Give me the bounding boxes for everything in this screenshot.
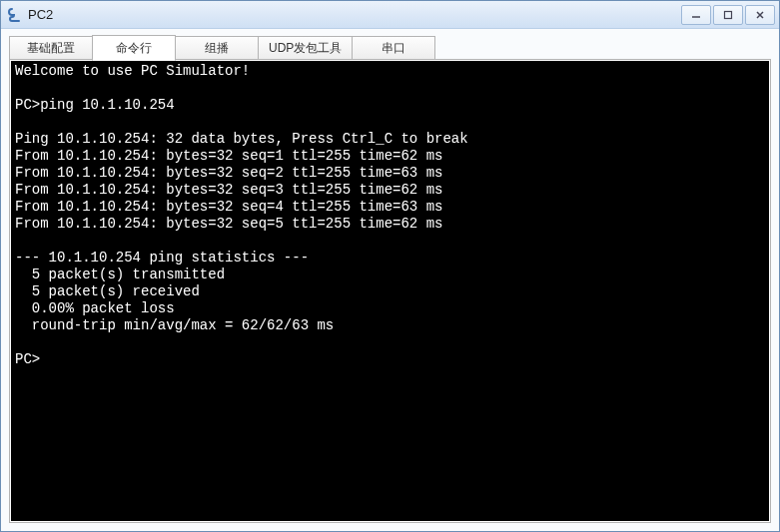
window-title: PC2	[28, 7, 679, 22]
minimize-button[interactable]	[681, 5, 711, 25]
window-controls	[679, 5, 775, 25]
app-icon	[7, 7, 23, 23]
tab-serial[interactable]: 串口	[352, 36, 435, 60]
tab-udp-tool[interactable]: UDP发包工具	[258, 36, 353, 60]
close-button[interactable]	[745, 5, 775, 25]
tab-basic-config[interactable]: 基础配置	[9, 36, 93, 60]
content-area: 基础配置 命令行 组播 UDP发包工具 串口 Welcome to use PC…	[1, 29, 779, 531]
tabstrip: 基础配置 命令行 组播 UDP发包工具 串口	[9, 34, 771, 60]
maximize-button[interactable]	[713, 5, 743, 25]
terminal[interactable]: Welcome to use PC Simulator! PC>ping 10.…	[11, 61, 769, 521]
tab-command-line[interactable]: 命令行	[92, 35, 176, 61]
svg-rect-1	[725, 11, 732, 18]
tab-multicast[interactable]: 组播	[175, 36, 259, 60]
app-window: PC2 基础配置 命令行 组播 UDP发包工具 串口 Welcome to us…	[0, 0, 780, 532]
terminal-container: Welcome to use PC Simulator! PC>ping 10.…	[9, 59, 771, 523]
titlebar[interactable]: PC2	[1, 1, 779, 29]
